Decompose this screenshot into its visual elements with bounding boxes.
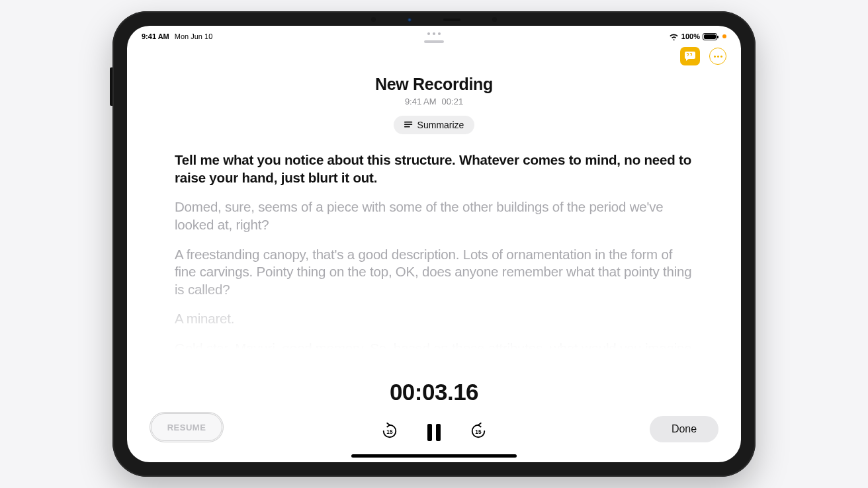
home-indicator[interactable] (351, 454, 517, 458)
svg-text:15: 15 (386, 428, 393, 435)
playback-panel: 00:03.16 15 15 (127, 379, 741, 462)
window-dots-icon (427, 32, 441, 35)
done-button[interactable]: Done (650, 416, 718, 442)
battery-icon (703, 33, 717, 40)
ipad-device-frame: 9:41 AM Mon Jun 10 100% (112, 11, 756, 477)
resume-label: RESUME (167, 423, 206, 432)
transcript-paragraph: A freestanding canopy, that's a good des… (175, 246, 693, 299)
summarize-button[interactable]: Summarize (394, 116, 475, 134)
transcript-paragraph: Gold star, Mayuri, good memory. So, base… (175, 340, 693, 375)
battery-percent: 100% (681, 32, 700, 40)
transcript-toggle-button[interactable] (680, 47, 700, 65)
sheet-grabber[interactable] (424, 40, 444, 43)
svg-text:15: 15 (475, 428, 482, 435)
pause-button[interactable] (427, 424, 441, 441)
skip-back-15-button[interactable]: 15 (381, 423, 398, 442)
transcript-paragraph: Tell me what you notice about this struc… (175, 151, 693, 186)
recording-time: 9:41 AM (405, 97, 437, 106)
transcript-paragraph: A minaret. (175, 310, 693, 328)
done-label: Done (672, 423, 697, 435)
status-date: Mon Jun 10 (175, 32, 212, 40)
transcript-paragraph: Domed, sure, seems of a piece with some … (175, 198, 693, 233)
recording-duration: 00:21 (442, 97, 464, 106)
playback-timer: 00:03.16 (175, 379, 693, 405)
sheet-top-controls (127, 44, 741, 71)
transcript-body[interactable]: Tell me what you notice about this struc… (127, 140, 741, 379)
recording-title[interactable]: New Recording (127, 75, 741, 94)
skip-forward-15-button[interactable]: 15 (470, 423, 487, 442)
camera-assembly (371, 17, 497, 22)
recording-header: New Recording 9:41 AM 00:21 Summarize (127, 71, 741, 140)
more-options-button[interactable] (709, 48, 726, 65)
status-time: 9:41 AM (142, 32, 169, 40)
resume-button[interactable]: RESUME (150, 412, 224, 442)
summarize-label: Summarize (417, 120, 464, 130)
wifi-icon (669, 33, 679, 40)
recording-indicator-dot (722, 34, 726, 38)
volume-button (110, 67, 112, 106)
screen: 9:41 AM Mon Jun 10 100% (127, 26, 741, 462)
